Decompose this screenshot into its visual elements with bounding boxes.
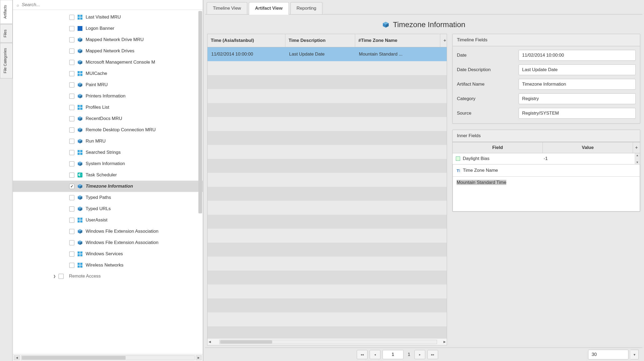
pager-first-button[interactable]: ◂◂: [357, 350, 368, 359]
checkbox[interactable]: [69, 94, 74, 99]
artifact-icon: [77, 172, 83, 178]
col-time[interactable]: Time (Asia/Istanbul): [208, 34, 285, 47]
tree-item[interactable]: UserAssist: [13, 214, 203, 226]
side-tab-files[interactable]: Files: [0, 24, 13, 43]
tree-item[interactable]: System Information: [13, 158, 203, 169]
tree-item[interactable]: Mapped Network Drives: [13, 45, 203, 57]
tree-item-label: Profiles List: [86, 105, 109, 110]
tree-item[interactable]: Logon Banner: [13, 23, 203, 34]
field-value[interactable]: Registry/SYSTEM: [519, 108, 636, 119]
tree-item[interactable]: Last Visited MRU: [13, 12, 203, 23]
time-zone-name-value[interactable]: Mountain Standard Time: [457, 180, 506, 185]
checkbox[interactable]: [59, 274, 64, 279]
checkbox[interactable]: [69, 82, 74, 87]
chevron-right-icon[interactable]: ❯: [53, 274, 56, 278]
table-row-empty: [208, 298, 447, 312]
tree-hscroll[interactable]: ◀ ▶: [13, 354, 203, 361]
table-row-empty: [208, 117, 447, 131]
col-add-icon[interactable]: +: [440, 34, 447, 47]
checkbox[interactable]: [69, 150, 74, 155]
tree-item[interactable]: Windows Services: [13, 248, 203, 260]
pager-last-button[interactable]: ▸▸: [427, 350, 438, 359]
table-row[interactable]: 11/02/2014 10:00:00Last Update DateMount…: [208, 47, 447, 61]
tab-timeline-view[interactable]: Timeline View: [207, 2, 247, 14]
tree-item[interactable]: RecentDocs MRU: [13, 113, 203, 124]
pager-next-button[interactable]: ▸: [414, 350, 425, 359]
field-value[interactable]: Last Update Date: [519, 64, 636, 75]
checkbox[interactable]: [69, 71, 74, 76]
checkbox[interactable]: [69, 37, 74, 42]
col-time-description[interactable]: Time Description: [285, 34, 355, 47]
time-zone-name-row[interactable]: TI Time Zone Name: [453, 164, 640, 177]
tree-item[interactable]: Windows File Extension Association: [13, 226, 203, 237]
inner-vscroll[interactable]: ▲▼: [635, 153, 640, 164]
checkbox[interactable]: [69, 105, 74, 110]
col-time-zone-name[interactable]: #Time Zone Name: [355, 34, 440, 47]
tree-item[interactable]: Typed URLs: [13, 203, 203, 214]
side-tabs: Artifacts Files File Categories: [0, 0, 13, 361]
tree-item-collapsed[interactable]: ❯Remote Access: [13, 271, 203, 282]
artifact-icon: [77, 138, 83, 144]
inner-field-row[interactable]: Daylight Bias-1: [453, 153, 635, 164]
checkbox[interactable]: [69, 60, 74, 65]
checkbox[interactable]: [69, 229, 74, 234]
tree-item[interactable]: Searched Strings: [13, 147, 203, 158]
tree-item[interactable]: Windows File Extension Association: [13, 237, 203, 248]
checkbox[interactable]: [69, 240, 74, 245]
tree-item[interactable]: Printers Information: [13, 90, 203, 102]
tree-item[interactable]: Typed Paths: [13, 192, 203, 203]
field-value[interactable]: Registry: [519, 93, 636, 104]
hscroll-left-icon[interactable]: ◀: [14, 355, 20, 360]
tree-item[interactable]: Remote Desktop Connection MRU: [13, 124, 203, 136]
tree-item[interactable]: Run MRU: [13, 136, 203, 147]
field-label: Date: [457, 53, 516, 58]
tab-artifact-view[interactable]: Artifact View: [249, 2, 289, 14]
checkbox[interactable]: [69, 173, 74, 178]
tree-scroll[interactable]: Last Visited MRULogon BannerMapped Netwo…: [13, 10, 203, 354]
table-header: Time (Asia/Istanbul) Time Description #T…: [208, 34, 447, 47]
checkbox[interactable]: [69, 26, 74, 31]
tree-vscroll[interactable]: [198, 11, 202, 360]
hscroll-right-icon[interactable]: ▶: [196, 355, 202, 360]
tree-item[interactable]: Paint MRU: [13, 79, 203, 90]
page-size-select[interactable]: 30: [588, 350, 628, 359]
inner-col-field[interactable]: Field: [453, 142, 543, 153]
field-value[interactable]: 11/02/2014 10:00:00: [519, 50, 636, 61]
inner-col-add-icon[interactable]: +: [633, 142, 640, 153]
timeline-fields-title: Timeline Fields: [453, 34, 640, 46]
tree-item[interactable]: Mapped Network Drive MRU: [13, 34, 203, 45]
tree-item[interactable]: Microsoft Management Console M: [13, 57, 203, 68]
checkbox[interactable]: [69, 49, 74, 54]
field-value[interactable]: Timezone Information: [519, 79, 636, 90]
checkbox[interactable]: [69, 139, 74, 144]
artifact-icon: [77, 25, 83, 31]
tree-item[interactable]: Task Scheduler: [13, 169, 203, 181]
content-pane: Timezone Information Time (Asia/Istanbul…: [205, 14, 642, 361]
checkbox[interactable]: [69, 127, 74, 133]
checkbox[interactable]: [69, 15, 74, 20]
inner-col-value[interactable]: Value: [543, 142, 633, 153]
search-input[interactable]: [22, 2, 199, 8]
page-size-dropdown-icon[interactable]: ▾: [631, 350, 639, 359]
side-tab-file-categories[interactable]: File Categories: [0, 43, 13, 78]
checkbox[interactable]: [69, 161, 74, 166]
main-area: Timeline View Artifact View Reporting Ti…: [203, 0, 644, 361]
tree-item[interactable]: Timezone Information: [13, 181, 203, 192]
artifact-icon: [77, 71, 83, 76]
tree-item[interactable]: MUICache: [13, 68, 203, 79]
pager-page-input[interactable]: [383, 350, 403, 359]
side-tab-artifacts[interactable]: Artifacts: [0, 0, 13, 24]
checkbox[interactable]: [69, 184, 74, 189]
checkbox[interactable]: [69, 206, 74, 212]
checkbox[interactable]: [69, 195, 74, 200]
pager-prev-button[interactable]: ◂: [370, 350, 380, 359]
tree-item[interactable]: Wireless Networks: [13, 260, 203, 271]
checkbox[interactable]: [69, 116, 74, 121]
table-hscroll[interactable]: ◀ ▶: [208, 338, 447, 345]
checkbox[interactable]: [69, 218, 74, 223]
tree-item[interactable]: Profiles List: [13, 102, 203, 113]
inner-field-name: Daylight Bias: [463, 156, 489, 161]
tab-reporting[interactable]: Reporting: [290, 2, 323, 14]
checkbox[interactable]: [69, 263, 74, 268]
checkbox[interactable]: [69, 251, 74, 257]
